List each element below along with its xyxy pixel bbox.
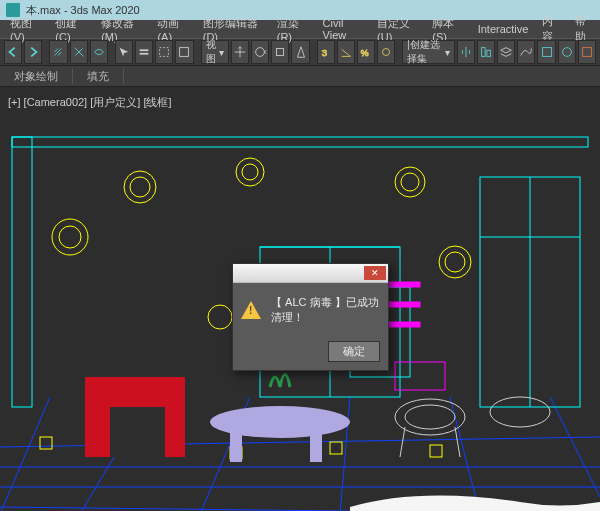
select-scale-button[interactable] <box>271 40 289 64</box>
svg-rect-9 <box>482 48 486 57</box>
svg-point-33 <box>124 171 156 203</box>
coord-system-label: 视图 <box>206 38 219 66</box>
svg-rect-53 <box>110 407 165 457</box>
select-place-button[interactable] <box>291 40 309 64</box>
named-selection-label: |创建选择集 <box>407 38 444 66</box>
bind-space-button[interactable] <box>90 40 108 64</box>
schematic-view-button[interactable] <box>537 40 555 64</box>
svg-line-58 <box>400 427 405 457</box>
svg-point-42 <box>445 252 465 272</box>
menu-animation[interactable]: 动画(A) <box>151 16 194 43</box>
svg-line-23 <box>550 397 600 497</box>
ribbon-bar: 对象绘制 填充 <box>0 66 600 87</box>
select-object-button[interactable] <box>115 40 133 64</box>
svg-point-34 <box>130 177 150 197</box>
svg-rect-25 <box>12 137 32 407</box>
unlink-button[interactable] <box>70 40 88 64</box>
select-by-name-button[interactable] <box>135 40 153 64</box>
svg-rect-5 <box>277 49 284 56</box>
svg-rect-2 <box>160 48 169 57</box>
window-crossing-button[interactable] <box>175 40 193 64</box>
svg-rect-44 <box>40 437 52 449</box>
main-toolbar: 视图 ▾ 3 % |创建选择集 ▾ <box>0 38 600 66</box>
svg-point-57 <box>405 405 455 429</box>
svg-point-4 <box>256 48 265 57</box>
dialog-ok-button[interactable]: 确定 <box>328 341 380 362</box>
alert-dialog: ✕ 【 ALC 病毒 】已成功清理！ 确定 <box>232 263 389 371</box>
menu-bar: 视图(V) 创建(C) 修改器(M) 动画(A) 图形编辑器(D) 渲染(R) … <box>0 20 600 38</box>
named-selection-dropdown[interactable]: |创建选择集 ▾ <box>402 40 454 64</box>
select-link-button[interactable] <box>49 40 67 64</box>
svg-point-43 <box>208 305 232 329</box>
svg-rect-48 <box>430 445 442 457</box>
svg-rect-10 <box>487 50 491 56</box>
svg-line-18 <box>0 397 50 511</box>
svg-rect-11 <box>542 48 551 57</box>
svg-point-39 <box>52 219 88 255</box>
spinner-snap-button[interactable] <box>377 40 395 64</box>
warning-icon <box>241 301 261 319</box>
menu-create[interactable]: 创建(C) <box>49 16 93 43</box>
svg-text:%: % <box>361 48 369 58</box>
svg-point-12 <box>562 48 571 57</box>
viewport-panel[interactable]: [+] [Camera002] [用户定义] [线框] <box>0 87 600 511</box>
svg-point-38 <box>401 173 419 191</box>
menu-interactive[interactable]: Interactive <box>472 23 535 35</box>
redo-button[interactable] <box>24 40 42 64</box>
svg-point-35 <box>236 158 264 186</box>
menu-rendering[interactable]: 渲染(R) <box>271 16 315 43</box>
snap-toggle-button[interactable]: 3 <box>317 40 335 64</box>
menu-modifiers[interactable]: 修改器(M) <box>95 16 149 43</box>
svg-point-37 <box>395 167 425 197</box>
selection-region-button[interactable] <box>155 40 173 64</box>
dialog-message: 【 ALC 病毒 】已成功清理！ <box>271 295 380 325</box>
dialog-titlebar[interactable]: ✕ <box>233 264 388 283</box>
svg-rect-3 <box>180 48 189 57</box>
angle-snap-button[interactable] <box>337 40 355 64</box>
svg-rect-54 <box>230 427 242 462</box>
undo-button[interactable] <box>4 40 22 64</box>
svg-text:3: 3 <box>321 47 326 58</box>
dialog-close-button[interactable]: ✕ <box>364 266 386 280</box>
svg-point-36 <box>242 164 258 180</box>
select-move-button[interactable] <box>231 40 249 64</box>
percent-snap-button[interactable]: % <box>357 40 375 64</box>
ribbon-tab-populate[interactable]: 填充 <box>73 69 124 84</box>
layer-explorer-button[interactable] <box>497 40 515 64</box>
material-editor-button[interactable] <box>558 40 576 64</box>
align-button[interactable] <box>477 40 495 64</box>
menu-civil-view[interactable]: Civil View <box>317 17 370 41</box>
viewport-label[interactable]: [+] [Camera002] [用户定义] [线框] <box>8 95 172 110</box>
svg-rect-13 <box>583 48 592 57</box>
render-setup-button[interactable] <box>578 40 596 64</box>
svg-point-60 <box>490 397 550 427</box>
svg-rect-24 <box>12 137 588 147</box>
curve-editor-button[interactable] <box>517 40 535 64</box>
svg-rect-1 <box>140 53 149 55</box>
svg-point-41 <box>439 246 471 278</box>
select-rotate-button[interactable] <box>251 40 269 64</box>
mirror-button[interactable] <box>457 40 475 64</box>
svg-rect-52 <box>395 362 445 390</box>
svg-rect-47 <box>330 442 342 454</box>
ribbon-tab-object-paint[interactable]: 对象绘制 <box>0 69 73 84</box>
svg-rect-0 <box>140 49 149 51</box>
coord-system-dropdown[interactable]: 视图 ▾ <box>201 40 229 64</box>
svg-rect-55 <box>310 427 322 462</box>
svg-point-8 <box>383 49 390 56</box>
menu-view[interactable]: 视图(V) <box>4 16 47 43</box>
svg-point-40 <box>59 226 81 248</box>
